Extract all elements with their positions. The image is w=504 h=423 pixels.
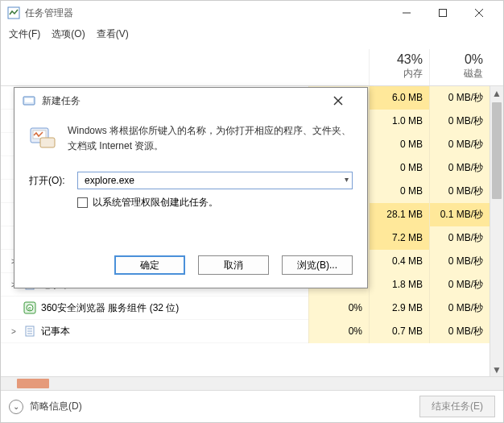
dialog-buttons: 确定 取消 浏览(B)... <box>14 243 367 288</box>
brief-toggle[interactable]: ⌄ 简略信息(D) <box>9 400 411 414</box>
cell-disk: 0 MB/秒 <box>429 320 490 343</box>
admin-checkbox[interactable] <box>77 197 88 208</box>
app-icon <box>7 6 20 19</box>
cancel-button[interactable]: 取消 <box>198 255 269 275</box>
run-dialog-icon <box>23 94 35 107</box>
admin-label: 以系统管理权限创建此任务。 <box>93 196 218 209</box>
dialog-titlebar: 新建任务 <box>14 88 367 114</box>
cell-disk: 0 MB/秒 <box>429 250 490 273</box>
menu-options[interactable]: 选项(O) <box>52 27 85 41</box>
dialog-description: Windows 将根据你所键入的名称，为你打开相应的程序、文件夹、文档或 Int… <box>68 123 353 154</box>
menu-file[interactable]: 文件(F) <box>9 27 40 41</box>
table-header: 43% 内存 0% 磁盘 <box>1 43 503 86</box>
window-title: 任务管理器 <box>25 6 388 20</box>
cell-memory: 0 MB <box>369 133 429 156</box>
close-button[interactable] <box>461 1 497 25</box>
cell-memory: 0 MB <box>369 180 429 203</box>
process-name: 记事本 <box>41 325 70 338</box>
cell-cpu: 0% <box>308 297 369 320</box>
table-row[interactable]: e360安全浏览器 服务组件 (32 位)0%2.9 MB0 MB/秒 <box>1 297 503 320</box>
ok-button[interactable]: 确定 <box>114 255 185 275</box>
titlebar: 任务管理器 <box>1 1 503 25</box>
scroll-thumb[interactable] <box>492 102 502 199</box>
menubar: 文件(F) 选项(O) 查看(V) <box>1 25 503 43</box>
scroll-down-icon[interactable]: ▼ <box>490 363 503 376</box>
memory-label: 内存 <box>376 67 423 81</box>
cell-memory: 1.8 MB <box>369 273 429 297</box>
scroll-up-icon[interactable]: ▲ <box>490 86 503 100</box>
maximize-button[interactable] <box>424 1 461 25</box>
content-area: 43% 内存 0% 磁盘 6.0 MB0 MB/秒1.0 MB0 MB/秒0 M… <box>1 43 503 422</box>
brief-label: 简略信息(D) <box>30 400 82 413</box>
vertical-scrollbar[interactable]: ▲ ▼ <box>490 86 503 376</box>
cell-memory: 1.0 MB <box>369 110 429 133</box>
window-controls <box>388 1 497 25</box>
cell-disk: 0 MB/秒 <box>429 86 490 110</box>
process-icon: e <box>23 301 36 314</box>
open-combobox[interactable]: ▾ <box>77 172 353 189</box>
task-manager-window: 任务管理器 文件(F) 选项(O) 查看(V) 43% 内存 0% 磁盘 <box>0 0 504 423</box>
disk-percent: 0% <box>436 52 483 67</box>
h-scroll-thumb[interactable] <box>17 379 49 388</box>
process-icon <box>23 325 36 338</box>
cell-disk: 0.1 MB/秒 <box>429 203 490 226</box>
dialog-body: Windows 将根据你所键入的名称，为你打开相应的程序、文件夹、文档或 Int… <box>14 114 367 243</box>
process-name: 360安全浏览器 服务组件 (32 位) <box>41 301 179 315</box>
table-row[interactable]: >记事本0%0.7 MB0 MB/秒 <box>1 320 503 343</box>
expander-icon[interactable]: > <box>9 327 19 336</box>
cell-name: >记事本 <box>1 325 308 338</box>
cell-memory: 0.7 MB <box>369 320 429 343</box>
open-label: 打开(O): <box>29 174 69 188</box>
horizontal-scrollbar[interactable] <box>1 376 503 390</box>
cell-memory: 6.0 MB <box>369 86 429 110</box>
cell-cpu: 0% <box>308 320 369 343</box>
cell-disk: 0 MB/秒 <box>429 133 490 156</box>
admin-checkbox-row[interactable]: 以系统管理权限创建此任务。 <box>77 196 353 209</box>
svg-rect-2 <box>439 10 446 17</box>
col-disk-header[interactable]: 0% 磁盘 <box>429 49 490 85</box>
chevron-down-icon: ⌄ <box>9 400 23 414</box>
cell-memory: 2.9 MB <box>369 297 429 320</box>
cell-memory: 28.1 MB <box>369 203 429 226</box>
svg-rect-22 <box>25 98 33 102</box>
cell-disk: 0 MB/秒 <box>429 110 490 133</box>
memory-percent: 43% <box>376 52 423 67</box>
cell-disk: 0 MB/秒 <box>429 297 490 320</box>
open-input[interactable] <box>83 174 347 187</box>
svg-text:e: e <box>28 305 31 311</box>
browse-button[interactable]: 浏览(B)... <box>282 255 353 275</box>
menu-view[interactable]: 查看(V) <box>97 27 129 41</box>
svg-rect-27 <box>40 138 55 147</box>
disk-label: 磁盘 <box>436 67 483 81</box>
open-row: 打开(O): ▾ <box>29 172 353 189</box>
end-task-button[interactable]: 结束任务(E) <box>419 396 495 417</box>
cell-memory: 0.4 MB <box>369 250 429 273</box>
footer: ⌄ 简略信息(D) 结束任务(E) <box>1 390 503 422</box>
dialog-description-row: Windows 将根据你所键入的名称，为你打开相应的程序、文件夹、文档或 Int… <box>29 123 353 154</box>
new-task-dialog: 新建任务 Windows 将根据你所键入的名称，为你打开相应 <box>14 87 368 288</box>
cell-name: e360安全浏览器 服务组件 (32 位) <box>1 301 308 315</box>
cell-memory: 7.2 MB <box>369 226 429 250</box>
col-memory-header[interactable]: 43% 内存 <box>369 49 429 85</box>
cell-disk: 0 MB/秒 <box>429 226 490 250</box>
dropdown-icon[interactable]: ▾ <box>345 175 349 184</box>
cell-disk: 0 MB/秒 <box>429 156 490 180</box>
run-icon <box>29 123 56 151</box>
minimize-button[interactable] <box>388 1 424 25</box>
dialog-title: 新建任务 <box>42 94 327 108</box>
cell-disk: 0 MB/秒 <box>429 180 490 203</box>
cell-disk: 0 MB/秒 <box>429 273 490 297</box>
dialog-close-button[interactable] <box>333 96 359 106</box>
cell-memory: 0 MB <box>369 156 429 180</box>
